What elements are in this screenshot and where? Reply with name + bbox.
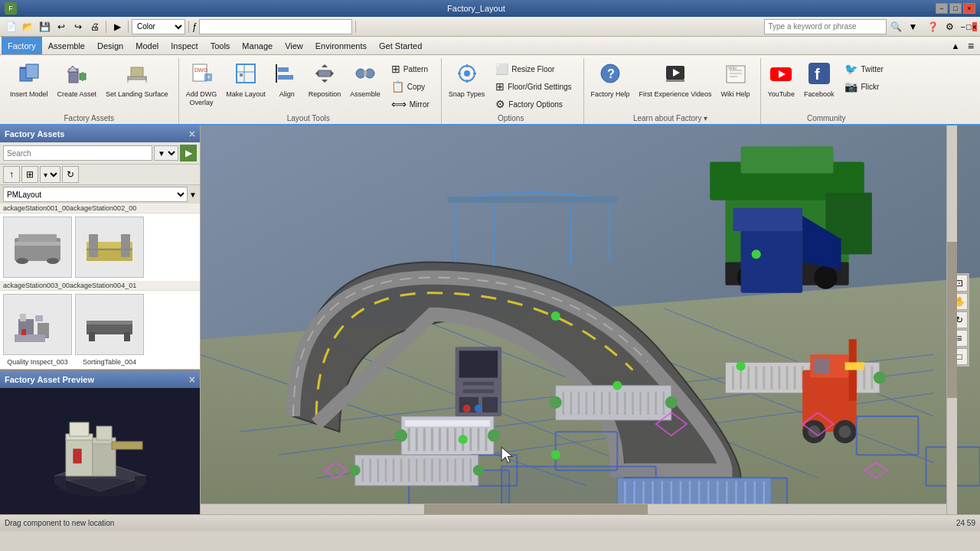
assemble-button[interactable]: Assemble <box>346 58 384 102</box>
asset-thumb-quality[interactable] <box>3 294 72 355</box>
first-exp-button[interactable]: First Experience Videos <box>635 58 716 102</box>
assets-refresh-button[interactable]: ↻ <box>62 166 79 183</box>
menu-environments[interactable]: Environments <box>309 37 373 54</box>
make-layout-label: Make Layout <box>226 90 266 99</box>
help-button[interactable]: ❓ <box>925 19 940 34</box>
copy-button[interactable]: 📋 Copy <box>386 78 435 95</box>
undo-button[interactable]: ↩ <box>54 19 69 34</box>
first-exp-icon <box>663 61 688 89</box>
app-close[interactable]: × <box>972 22 977 31</box>
menu-assemble[interactable]: Assemble <box>42 37 91 54</box>
floor-grid-label: Floor/Grid Settings <box>508 83 571 91</box>
pattern-icon: ⊞ <box>391 63 400 75</box>
add-dwg-button[interactable]: DWG+ Add DWGOverlay <box>182 58 221 110</box>
assets-up-button[interactable]: ↑ <box>3 166 20 183</box>
restore-button[interactable]: □ <box>949 3 962 14</box>
svg-point-192 <box>612 381 622 390</box>
make-layout-button[interactable]: Make Layout <box>222 58 270 102</box>
assets-scroll-area[interactable]: ackageStation001_00ackageStation002_00 <box>0 204 200 370</box>
svg-rect-80 <box>74 449 81 463</box>
factory-assets-buttons: Insert Model Create Asset Set Landing Su… <box>6 58 172 112</box>
create-asset-button[interactable]: Create Asset <box>54 58 101 102</box>
svg-marker-27 <box>322 64 328 67</box>
app-restore[interactable]: □ <box>966 22 972 31</box>
redo-button[interactable]: ↪ <box>70 19 86 34</box>
macro-button[interactable]: ▶ <box>109 19 125 34</box>
asset-thumb-pkg001[interactable] <box>3 217 72 278</box>
facebook-button[interactable]: f Facebook <box>800 58 838 102</box>
save-button[interactable]: 💾 <box>37 19 52 34</box>
assets-go-button[interactable]: ▶ <box>180 145 197 161</box>
assets-panel-close[interactable]: × <box>189 128 195 140</box>
factory-options-button[interactable]: ⚙ Factory Options <box>490 96 577 112</box>
menu-manage[interactable]: Manage <box>236 37 279 54</box>
floor-grid-button[interactable]: ⊞ Floor/Grid Settings <box>490 78 577 95</box>
youtube-button[interactable]: YouTube <box>764 58 799 102</box>
menu-design[interactable]: Design <box>91 37 129 54</box>
ribbon-toggle[interactable]: ▲ <box>948 38 963 54</box>
twitter-button[interactable]: 🐦 Twitter <box>839 60 888 77</box>
ribbon: Insert Model Create Asset Set Landing Su… <box>0 55 980 126</box>
set-landing-button[interactable]: Set Landing Surface <box>102 58 172 102</box>
hscroll-thumb[interactable] <box>424 504 648 514</box>
expand-button[interactable]: ≡ <box>963 38 978 54</box>
insert-model-button[interactable]: Insert Model <box>6 58 52 102</box>
new-button[interactable]: 📄 <box>3 19 18 34</box>
learn-label: Learn about Factory ▾ <box>587 112 754 124</box>
app-min[interactable]: − <box>960 22 965 31</box>
viewport-vscrollbar[interactable] <box>946 126 957 514</box>
svg-point-197 <box>551 450 560 459</box>
menubar: Factory Assemble Design Model Inspect To… <box>0 37 980 55</box>
menu-view[interactable]: View <box>279 37 309 54</box>
ribbon-group-options: Snap Types ⬜ Resize Floor ⊞ Floor/Grid S… <box>442 58 584 124</box>
svg-point-217 <box>350 465 361 475</box>
minimize-button[interactable]: − <box>936 3 948 14</box>
svg-rect-115 <box>405 420 490 426</box>
print-button[interactable]: 🖨 <box>87 19 103 34</box>
menu-model[interactable]: Model <box>129 37 165 54</box>
assets-location-select[interactable]: PMLayout <box>3 187 188 202</box>
svg-text:f: f <box>815 66 820 83</box>
vscroll-thumb[interactable] <box>947 242 957 397</box>
wiki-help-button[interactable]: Wiki Wiki Help <box>717 58 754 102</box>
scene-svg <box>201 126 980 514</box>
mirror-button[interactable]: ⟺ Mirror <box>386 96 435 112</box>
settings-button[interactable]: ⚙ <box>942 19 957 34</box>
viewport[interactable]: TOP FRONT RIGHT <box>201 126 980 514</box>
toolbar-separator3 <box>188 21 189 33</box>
youtube-icon <box>769 61 793 89</box>
svg-rect-10 <box>131 67 143 77</box>
asset-thumb-pkg002[interactable] <box>75 217 144 278</box>
snap-types-button[interactable]: Snap Types <box>445 58 488 102</box>
close-button[interactable]: × <box>963 3 975 14</box>
assets-search-input[interactable] <box>3 145 152 161</box>
assets-view-select[interactable]: ▾ <box>40 166 60 183</box>
menu-inspect[interactable]: Inspect <box>165 37 204 54</box>
menu-factory[interactable]: Factory <box>2 37 42 54</box>
flickr-button[interactable]: 📷 Flickr <box>839 78 888 95</box>
svg-rect-179 <box>463 390 494 393</box>
menu-getstarted[interactable]: Get Started <box>373 37 428 54</box>
assets-location-arrow: ▼ <box>189 191 197 199</box>
flickr-icon: 📷 <box>844 80 858 93</box>
preview-panel-close[interactable]: × <box>189 373 195 386</box>
formula-bar[interactable] <box>199 19 352 34</box>
svg-text:DWG: DWG <box>194 67 207 73</box>
align-button[interactable]: Align <box>271 58 303 102</box>
factory-help-icon: ? <box>598 61 622 89</box>
factory-help-button[interactable]: ? Factory Help <box>587 58 634 102</box>
open-button[interactable]: 📂 <box>20 19 35 34</box>
search-options[interactable]: ▼ <box>905 19 920 34</box>
assets-filter-select[interactable]: ▼ <box>154 145 178 161</box>
pattern-button[interactable]: ⊞ Pattern <box>386 60 435 77</box>
search-icon[interactable]: 🔍 <box>888 19 903 34</box>
resize-floor-button[interactable]: ⬜ Resize Floor <box>490 60 577 77</box>
viewport-hscrollbar[interactable] <box>201 504 946 514</box>
color-select[interactable]: Color <box>132 19 185 34</box>
search-input[interactable] <box>764 19 887 34</box>
assets-grid-view[interactable]: ⊞ <box>21 166 38 183</box>
asset-thumb-sorting[interactable] <box>75 294 144 355</box>
learn-buttons: ? Factory Help First Experience Videos W… <box>587 58 754 112</box>
reposition-button[interactable]: Reposition <box>305 58 345 102</box>
menu-tools[interactable]: Tools <box>204 37 237 54</box>
